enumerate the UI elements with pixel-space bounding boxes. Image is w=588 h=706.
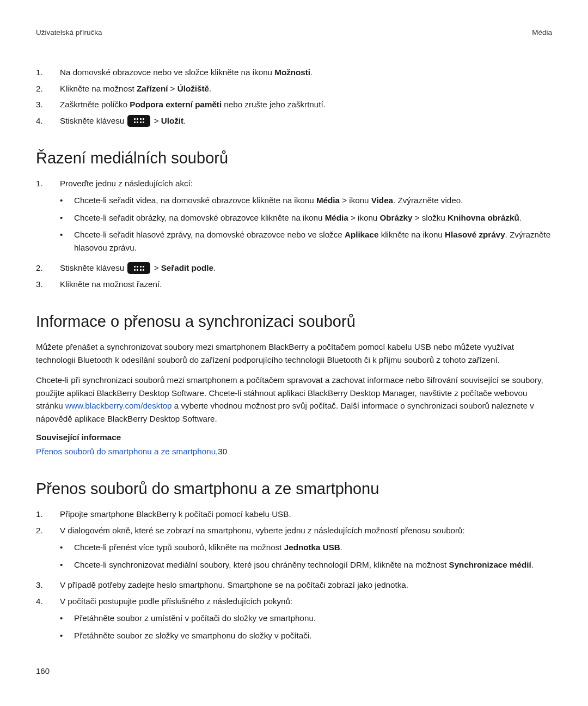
sorting-options: • Chcete-li seřadit videa, na domovské o… [60, 194, 552, 254]
list-item: • Přetáhněte soubor ze složky ve smartph… [60, 629, 552, 642]
step-4: 4. V počítači postupujte podle příslušné… [36, 595, 552, 647]
transfer-steps: 1. Připojte smartphone BlackBerry k počí… [36, 508, 552, 647]
step-content: Stiskněte klávesu > Uložit. [60, 114, 552, 127]
link-related-transfer[interactable]: Přenos souborů do smartphonu a ze smartp… [36, 447, 218, 456]
heading-transfer-info: Informace o přenosu a synchronizaci soub… [36, 313, 552, 331]
intro-steps: 1. Na domovské obrazovce nebo ve složce … [36, 66, 552, 127]
related-info-item: Přenos souborů do smartphonu a ze smartp… [36, 445, 552, 458]
step-content: V dialogovém okně, které se zobrazí na s… [60, 524, 552, 576]
step-number: 2. [36, 524, 60, 576]
step-4: 4. Stiskněte klávesu > Uložit. [36, 114, 552, 127]
bullet-icon: • [60, 612, 74, 625]
paragraph: Chcete-li při synchronizaci souborů mezi… [36, 374, 552, 425]
bullet-icon: • [60, 541, 74, 554]
step-number: 1. [36, 177, 60, 259]
step-number: 4. [36, 114, 60, 127]
page-header: Uživatelská příručka Média [36, 28, 552, 36]
step-2: 2. V dialogovém okně, které se zobrazí n… [36, 524, 552, 576]
step-3: 3. Zaškrtněte políčko Podpora externí pa… [36, 98, 552, 111]
paragraph: Můžete přenášet a synchronizovat soubory… [36, 340, 552, 366]
step-content: Na domovské obrazovce nebo ve složce kli… [60, 66, 552, 79]
step-content: V počítači postupujte podle příslušného … [60, 595, 552, 647]
step-content: V případě potřeby zadejte heslo smartpho… [60, 579, 552, 592]
heading-sorting: Řazení mediálních souborů [36, 149, 552, 167]
step-1: 1. Připojte smartphone BlackBerry k počí… [36, 508, 552, 521]
related-info-label: Související informace [36, 433, 552, 442]
step-content: Proveďte jednu z následujících akcí: • C… [60, 177, 552, 259]
step-1: 1. Na domovské obrazovce nebo ve složce … [36, 66, 552, 79]
step-content: Stiskněte klávesu > Seřadit podle. [60, 261, 552, 275]
page: Uživatelská příručka Média 1. Na domovsk… [0, 0, 588, 706]
list-item: • Chcete-li seřadit hlasové zprávy, na d… [60, 228, 552, 254]
sorting-steps: 1. Proveďte jednu z následujících akcí: … [36, 177, 552, 291]
link-blackberry-desktop[interactable]: www.blackberry.com/desktop [65, 401, 172, 410]
step-number: 3. [36, 98, 60, 111]
step-number: 2. [36, 261, 60, 275]
list-item: • Chcete-li seřadit obrázky, na domovské… [60, 211, 552, 224]
drag-options: • Přetáhněte soubor z umístění v počítač… [60, 612, 552, 642]
step-number: 3. [36, 579, 60, 592]
step-2: 2. Klikněte na možnost Zařízení > Úložiš… [36, 82, 552, 95]
step-3: 3. V případě potřeby zadejte heslo smart… [36, 579, 552, 592]
bullet-icon: • [60, 194, 74, 207]
bullet-icon: • [60, 558, 74, 571]
step-3: 3. Klikněte na možnost řazení. [36, 278, 552, 291]
page-number: 160 [36, 666, 50, 675]
header-right: Média [532, 28, 552, 36]
list-item: • Přetáhněte soubor z umístění v počítač… [60, 612, 552, 625]
step-2: 2. Stiskněte klávesu > Seřadit podle. [36, 261, 552, 275]
blackberry-key-icon [127, 262, 150, 274]
step-content: Klikněte na možnost Zařízení > Úložiště. [60, 82, 552, 95]
bullet-icon: • [60, 211, 74, 224]
bullet-icon: • [60, 629, 74, 642]
step-number: 4. [36, 595, 60, 647]
list-item: • Chcete-li synchronizovat mediální soub… [60, 558, 552, 571]
bullet-icon: • [60, 228, 74, 254]
header-left: Uživatelská příručka [36, 28, 102, 36]
step-content: Připojte smartphone BlackBerry k počítač… [60, 508, 552, 521]
blackberry-key-icon [127, 115, 150, 127]
step-number: 3. [36, 278, 60, 291]
step-number: 2. [36, 82, 60, 95]
list-item: • Chcete-li seřadit videa, na domovské o… [60, 194, 552, 207]
step-content: Zaškrtněte políčko Podpora externí pamět… [60, 98, 552, 111]
list-item: • Chcete-li přenést více typů souborů, k… [60, 541, 552, 554]
heading-transfer-files: Přenos souborů do smartphonu a ze smartp… [36, 480, 552, 498]
step-number: 1. [36, 66, 60, 79]
transfer-options: • Chcete-li přenést více typů souborů, k… [60, 541, 552, 571]
step-content: Klikněte na možnost řazení. [60, 278, 552, 291]
step-number: 1. [36, 508, 60, 521]
step-1: 1. Proveďte jednu z následujících akcí: … [36, 177, 552, 259]
